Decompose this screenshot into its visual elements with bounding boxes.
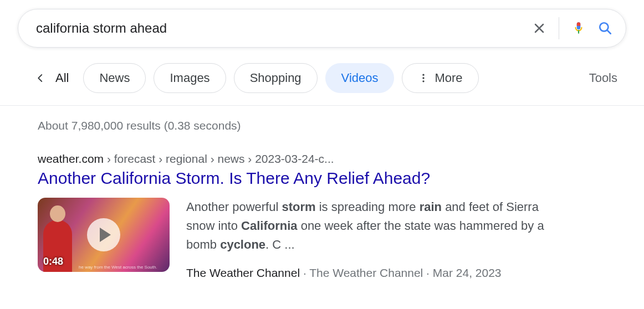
breadcrumb-domain: weather.com <box>38 152 104 165</box>
play-icon <box>87 218 120 251</box>
breadcrumb[interactable]: weather.com › forecast › regional › news… <box>38 152 554 166</box>
search-input[interactable] <box>36 20 532 36</box>
chevron-left-icon[interactable] <box>35 73 45 83</box>
search-icon[interactable] <box>598 21 612 35</box>
tab-news[interactable]: News <box>83 63 146 93</box>
result-byline: The Weather Channel · The Weather Channe… <box>186 266 554 280</box>
tools-button[interactable]: Tools <box>589 71 617 85</box>
video-thumbnail[interactable]: 0:48 he way from the West across the Sou… <box>38 198 170 272</box>
video-duration: 0:48 <box>43 256 63 267</box>
svg-point-2 <box>423 77 425 79</box>
result-title[interactable]: Another California Storm. Is There Any R… <box>38 166 554 188</box>
tab-all[interactable]: All <box>55 71 69 85</box>
publisher: The Weather Channel <box>186 266 300 279</box>
tab-more-label: More <box>435 71 462 85</box>
tab-images[interactable]: Images <box>154 63 226 93</box>
clear-icon[interactable] <box>532 21 546 35</box>
breadcrumb-path: › forecast › regional › news › 2023-03-2… <box>104 152 334 165</box>
svg-point-3 <box>423 80 425 82</box>
search-result: weather.com › forecast › regional › news… <box>0 132 587 280</box>
svg-point-1 <box>423 74 425 76</box>
tabs-row: All News Images Shopping Videos More Too… <box>0 48 644 106</box>
result-snippet: Another powerful storm is spreading more… <box>186 198 554 254</box>
result-stats: About 7,980,000 results (0.38 seconds) <box>0 106 644 132</box>
tab-more[interactable]: More <box>402 63 478 93</box>
thumbnail-caption: he way from the West across the South. <box>79 265 166 270</box>
search-bar[interactable] <box>18 9 626 48</box>
result-date: Mar 24, 2023 <box>433 266 502 279</box>
divider <box>559 17 559 39</box>
tab-shopping[interactable]: Shopping <box>234 63 318 93</box>
mic-icon[interactable] <box>571 21 586 35</box>
tab-videos[interactable]: Videos <box>325 63 395 93</box>
more-dots-icon <box>418 73 429 84</box>
publisher-secondary: The Weather Channel <box>309 266 423 279</box>
